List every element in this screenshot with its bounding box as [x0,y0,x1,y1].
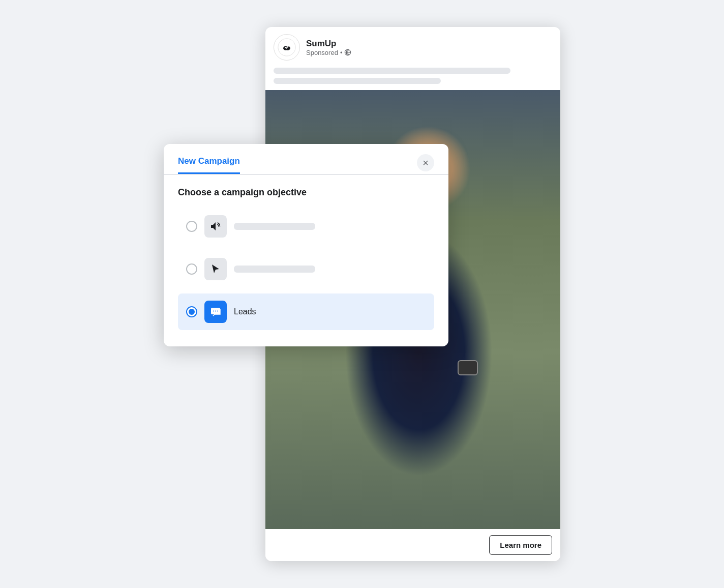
close-button[interactable]: × [417,154,434,171]
option-icon-traffic [204,258,227,280]
option-icon-awareness [204,215,227,238]
svg-point-8 [217,310,218,311]
modal-header: New Campaign × [164,144,448,174]
radio-traffic[interactable] [186,263,197,275]
radio-leads[interactable] [186,306,197,317]
option-icon-leads [204,301,227,323]
sponsored-label: Sponsored • [306,49,351,56]
scene: SumUp Sponsored • [164,27,560,561]
text-line-2 [274,78,441,84]
social-card-header: SumUp Sponsored • [265,27,560,68]
sumup-logo-icon [278,38,296,56]
modal-options: Leads [164,208,448,346]
option-label-leads-text: Leads [234,307,256,316]
brand-logo [274,34,300,61]
option-awareness[interactable] [178,208,434,245]
learn-more-button[interactable]: Learn more [489,535,552,555]
brand-info: SumUp Sponsored • [306,39,351,56]
dot-separator: • [340,49,343,56]
watch-detail [458,360,478,375]
text-line-1 [274,68,510,74]
modal-divider [164,174,448,175]
message-icon [209,306,222,318]
cursor-icon [209,263,222,275]
megaphone-icon [209,220,222,232]
social-card-text [265,68,560,90]
svg-point-7 [215,310,216,311]
campaign-modal: New Campaign × Choose a campaign objecti… [164,144,448,346]
svg-point-6 [213,310,214,311]
option-label-traffic [234,266,315,273]
modal-title: Choose a campaign objective [164,187,448,208]
radio-awareness[interactable] [186,221,197,232]
option-label-awareness [234,223,315,230]
option-leads[interactable]: Leads [178,293,434,330]
globe-icon [344,49,351,56]
brand-name: SumUp [306,39,351,49]
modal-tab[interactable]: New Campaign [178,156,240,174]
option-traffic[interactable] [178,251,434,287]
social-card-footer: Learn more [265,529,560,561]
